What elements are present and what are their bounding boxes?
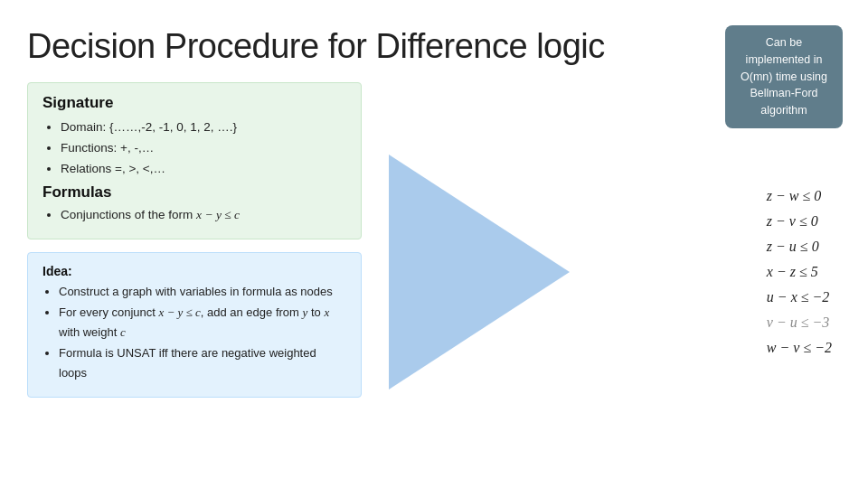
- formulas-list: Conjunctions of the form x − y ≤ c: [42, 205, 346, 226]
- formula-text: Conjunctions of the form x − y ≤ c: [61, 208, 240, 221]
- signature-box: Signature Domain: {……,-2, -1, 0, 1, 2, ……: [27, 82, 362, 239]
- equation-row: z − v ≤ 0: [767, 209, 832, 234]
- idea-item-3: Formula is UNSAT iff there are negative …: [59, 346, 316, 379]
- content-area: Signature Domain: {……,-2, -1, 0, 1, 2, ……: [27, 82, 841, 462]
- equation-row: x − z ≤ 5: [767, 259, 832, 285]
- equation-row: u − x ≤ −2: [767, 285, 832, 310]
- idea-item-1: Construct a graph with variables in form…: [59, 285, 333, 298]
- list-item: Formula is UNSAT iff there are negative …: [59, 343, 346, 382]
- equations-block: z − w ≤ 0 z − v ≤ 0 z − u ≤ 0 x − z ≤ 5 …: [767, 183, 832, 361]
- list-item: For every conjunct x − y ≤ c, add an edg…: [59, 303, 346, 342]
- idea-box: Idea: Construct a graph with variables i…: [27, 252, 362, 398]
- list-item: Functions: +, -,…: [61, 138, 346, 159]
- equation-row-highlight: v − u ≤ −3: [767, 310, 832, 335]
- list-item: Construct a graph with variables in form…: [59, 282, 346, 301]
- formulas-section: Formulas Conjunctions of the form x − y …: [42, 183, 346, 226]
- arrow-shape: [389, 155, 570, 389]
- equation-row: w − v ≤ −2: [767, 335, 832, 361]
- idea-list: Construct a graph with variables in form…: [42, 282, 346, 382]
- idea-item-2: For every conjunct x − y ≤ c, add an edg…: [59, 305, 329, 338]
- list-item: Domain: {……,-2, -1, 0, 1, 2, ….}: [61, 117, 346, 138]
- equation-row: z − w ≤ 0: [767, 183, 832, 209]
- idea-heading: Idea:: [42, 264, 346, 278]
- list-item: Conjunctions of the form x − y ≤ c: [61, 205, 346, 226]
- page-title: Decision Procedure for Difference logic: [27, 27, 841, 66]
- signature-list: Domain: {……,-2, -1, 0, 1, 2, ….} Functio…: [42, 117, 346, 180]
- slide: Decision Procedure for Difference logic …: [0, 0, 868, 488]
- middle-column: z − w ≤ 0 z − v ≤ 0 z − u ≤ 0 x − z ≤ 5 …: [362, 82, 841, 462]
- list-item: Relations =, >, <,…: [61, 159, 346, 180]
- equation-row: z − u ≤ 0: [767, 234, 832, 259]
- formulas-heading: Formulas: [42, 183, 346, 202]
- signature-heading: Signature: [42, 94, 346, 112]
- left-column: Signature Domain: {……,-2, -1, 0, 1, 2, ……: [27, 82, 362, 462]
